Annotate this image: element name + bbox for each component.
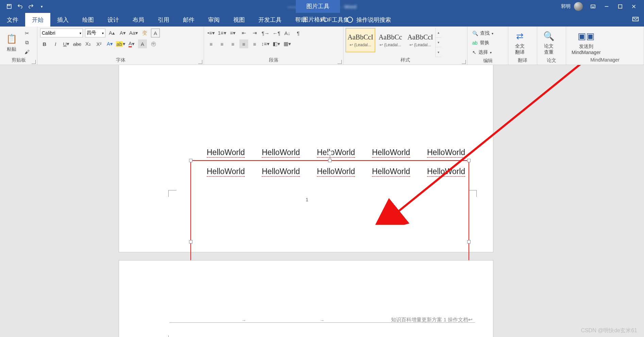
tab-draw[interactable]: 绘图 [75, 13, 101, 27]
resize-handle[interactable] [467, 159, 471, 162]
copy-icon[interactable]: ⧉ [22, 38, 31, 47]
enclose-char-icon[interactable]: ㊥ [149, 39, 158, 48]
group-label-paragraph: 段落 [204, 57, 343, 65]
paste-button[interactable]: 📋 粘贴 [2, 28, 21, 57]
tab-file[interactable]: 文件 [0, 13, 25, 27]
font-name-combo[interactable]: Calibri▾ [40, 29, 83, 37]
tab-review[interactable]: 审阅 [201, 13, 226, 27]
document-area[interactable]: HelloWorld HelloWorld HelloWorld HelloWo… [0, 65, 644, 337]
strikethrough-icon[interactable]: abc [73, 39, 82, 48]
style-tile[interactable]: AaBbCcI ↩ (Leadal... [345, 28, 375, 52]
align-right-icon[interactable]: ≡ [228, 39, 237, 48]
group-label-styles: 样式 [343, 57, 467, 65]
tab-view[interactable]: 视图 [226, 13, 252, 27]
tab-design[interactable]: 设计 [101, 13, 126, 27]
borders-icon[interactable]: ▦▾ [283, 39, 292, 48]
font-color-icon[interactable]: A▾ [127, 39, 136, 48]
style-tile[interactable]: AaBbCc ↩ (Leadal... [375, 28, 405, 52]
line-spacing-icon[interactable]: ↕≡▾ [261, 39, 270, 48]
dialog-launcher-icon[interactable] [462, 60, 466, 64]
window-controls: 郭明 [561, 0, 644, 13]
ribbon-options-icon[interactable] [590, 3, 596, 10]
minimize-icon[interactable] [603, 3, 610, 10]
mindmanager-button[interactable]: ▣▣ 发送到 MindManager [568, 28, 604, 57]
text-effects-icon[interactable]: A▾ [105, 39, 114, 48]
maximize-icon[interactable] [617, 3, 624, 10]
char-shading-icon[interactable]: A [138, 39, 147, 48]
margin-marker [168, 190, 176, 197]
tab-layout[interactable]: 布局 [126, 13, 151, 27]
bold-icon[interactable]: B [40, 39, 49, 48]
tell-me-search[interactable]: 操作说明搜索 [347, 13, 391, 27]
style-tile[interactable]: AaBbCcI ↩ (Leadal... [405, 28, 435, 52]
underline-icon[interactable]: U▾ [62, 39, 71, 48]
justify-icon[interactable]: ≡ [239, 39, 248, 48]
undo-icon[interactable] [17, 3, 23, 10]
tab-picture-format[interactable]: 图片格式 [296, 13, 340, 27]
format-painter-icon[interactable]: 🖌 [22, 47, 31, 56]
highlight-icon[interactable]: ab▾ [116, 39, 125, 48]
dialog-launcher-icon[interactable] [338, 60, 342, 64]
title-bar: ▾ ——————— ——— · Word 图片工具 郭明 [0, 0, 644, 13]
group-paragraph: •≡▾ 1≡▾ ≡▾ ⇤ ⇥ ¶→ ←¶ A↓ ¶ ≡ ≡ ≡ ≡ ≡ ↕≡▾ … [204, 27, 343, 65]
resize-handle[interactable] [328, 159, 332, 162]
style-nav-down-icon[interactable]: ▾ [436, 38, 441, 48]
group-styles: AaBbCcI ↩ (Leadal... AaBbCc ↩ (Leadal...… [343, 27, 468, 65]
user-account[interactable]: 郭明 [561, 2, 583, 11]
thesis-check-button[interactable]: 🔍 论文 查重 [539, 28, 558, 57]
font-size-combo[interactable]: 四号▾ [85, 29, 105, 37]
change-case-icon[interactable]: Aa▾ [129, 29, 138, 37]
qat-more-icon[interactable]: ▾ [39, 3, 45, 10]
group-font: Calibri▾ 四号▾ A▴ A▾ Aa▾ 变 A B I U▾ abc X₂… [37, 27, 204, 65]
clear-format-icon[interactable]: A [151, 29, 160, 37]
select-button[interactable]: ↖选择▾ [471, 48, 505, 57]
translate-button[interactable]: ⇄ 全文 翻译 [510, 28, 529, 57]
dialog-launcher-icon[interactable] [198, 60, 202, 64]
resize-handle[interactable] [189, 159, 192, 162]
tab-references[interactable]: 引用 [151, 13, 176, 27]
decrease-indent-icon[interactable]: ⇤ [239, 29, 248, 37]
style-preview: AaBbCcI [407, 33, 433, 41]
multilevel-icon[interactable]: ≡▾ [228, 29, 237, 37]
rotate-handle[interactable] [327, 151, 332, 155]
find-button[interactable]: 🔍查找▾ [471, 29, 505, 38]
distribute-icon[interactable]: ≡ [250, 39, 259, 48]
resize-handle[interactable] [189, 240, 192, 243]
numbering-icon[interactable]: 1≡▾ [218, 29, 226, 37]
rtl-icon[interactable]: ←¶ [272, 29, 281, 37]
ltr-icon[interactable]: ¶→ [261, 29, 270, 37]
tab-developer[interactable]: 开发工具 [252, 13, 288, 27]
italic-icon[interactable]: I [51, 39, 60, 48]
tab-home[interactable]: 开始 [25, 13, 50, 27]
close-icon[interactable] [630, 3, 637, 10]
user-name: 郭明 [561, 3, 571, 10]
show-marks-icon[interactable]: ¶ [294, 29, 303, 37]
avatar [574, 2, 583, 11]
redo-icon[interactable] [28, 3, 34, 10]
cut-icon[interactable]: ✂ [22, 29, 31, 38]
align-left-icon[interactable]: ≡ [207, 39, 216, 48]
group-label-clipboard: 剪贴板 [0, 57, 37, 65]
style-name: ↩ (Leadal... [350, 43, 371, 47]
phonetic-guide-icon[interactable]: 变 [140, 29, 149, 37]
resize-handle[interactable] [467, 240, 471, 243]
ribbon-tabs: 文件 开始 插入 绘图 设计 布局 引用 邮件 审阅 视图 开发工具 帮助 PD… [0, 13, 644, 27]
align-center-icon[interactable]: ≡ [218, 39, 226, 48]
superscript-icon[interactable]: X² [95, 39, 103, 48]
share-icon[interactable] [632, 16, 639, 23]
tab-insert[interactable]: 插入 [50, 13, 75, 27]
subscript-icon[interactable]: X₂ [84, 39, 92, 48]
increase-indent-icon[interactable]: ⇥ [250, 29, 259, 37]
grow-font-icon[interactable]: A▴ [107, 29, 116, 37]
bullets-icon[interactable]: •≡▾ [207, 29, 216, 37]
shrink-font-icon[interactable]: A▾ [118, 29, 127, 37]
save-icon[interactable] [6, 3, 12, 10]
tab-mailings[interactable]: 邮件 [176, 13, 201, 27]
replace-button[interactable]: ab替换 [471, 38, 505, 48]
dialog-launcher-icon[interactable] [32, 60, 36, 64]
shading-icon[interactable]: ◧▾ [272, 39, 281, 48]
translate-icon: ⇄ [514, 30, 526, 42]
style-nav-up-icon[interactable]: ▴ [436, 28, 441, 38]
style-nav-more-icon[interactable]: ▾ [436, 47, 441, 57]
sort-icon[interactable]: A↓ [283, 29, 292, 37]
